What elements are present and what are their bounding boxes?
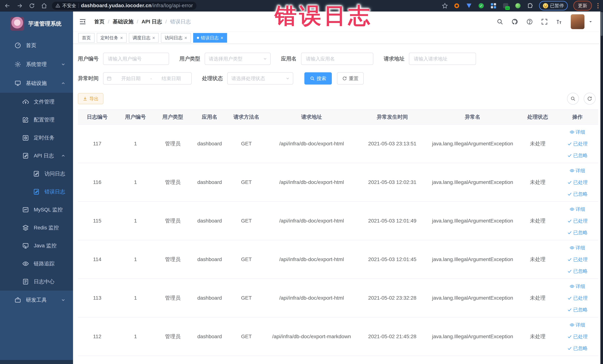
tab-label: 访问日志 (165, 35, 182, 41)
header-search-icon[interactable] (497, 18, 503, 25)
browser-forward-icon[interactable] (17, 3, 23, 9)
sidebar-collapse-bar[interactable] (0, 360, 73, 364)
table-row: 115 1 管理员 dashboard GET /api/infra/db-do… (78, 201, 598, 240)
sidebar-item-redis-monitor[interactable]: Redis 监控 (0, 219, 73, 237)
sidebar-item-file-mgmt[interactable]: 文件管理 (0, 93, 73, 111)
action-processed-link[interactable]: 已处理 (567, 218, 588, 224)
col-actions: 操作 (557, 110, 598, 124)
action-ignored-link[interactable]: 已忽略 (567, 152, 588, 159)
tab-close-icon[interactable]: × (220, 35, 223, 40)
sidebar-item-home[interactable]: 首页 (0, 36, 73, 55)
sidebar-item-tracing[interactable]: 链路追踪 (0, 255, 73, 273)
action-processed-link[interactable]: 已处理 (567, 295, 588, 301)
select-placeholder: 请选择处理状态 (231, 75, 265, 82)
extension-shield-icon[interactable] (466, 2, 472, 9)
tab-scheduled-jobs[interactable]: 定时任务× (97, 33, 127, 43)
page-scrollbar[interactable] (600, 12, 603, 364)
github-icon[interactable] (511, 18, 518, 25)
action-detail-link[interactable]: 详细 (570, 167, 585, 174)
action-ignored-link[interactable]: 已忽略 (567, 229, 588, 236)
sidebar-item-java-monitor[interactable]: Java 监控 (0, 237, 73, 255)
col-app-name: 应用名 (191, 110, 228, 124)
action-ignored-link[interactable]: 已忽略 (567, 268, 588, 274)
avatar-caret-icon[interactable] (589, 20, 593, 24)
action-processed-link[interactable]: 已处理 (567, 179, 588, 186)
breadcrumb-home[interactable]: 首页 (94, 18, 104, 25)
cell-exception-name: java.lang.IllegalArgumentException (426, 163, 519, 201)
scrollbar-thumb[interactable] (601, 12, 603, 36)
action-processed-link[interactable]: 已处理 (567, 333, 588, 340)
exception-time-range-picker[interactable]: 开始日期 - 结束日期 (103, 72, 192, 84)
search-button[interactable]: 搜索 (304, 72, 332, 84)
browser-back-icon[interactable] (4, 3, 10, 9)
extensions-puzzle-icon[interactable] (527, 2, 533, 9)
browser-update-button[interactable]: 更新 (573, 1, 592, 11)
tab-close-icon[interactable]: × (152, 35, 155, 40)
sidebar-item-error-log[interactable]: 错误日志 (0, 183, 73, 201)
sidebar-item-infrastructure[interactable]: 基础设施 (0, 74, 73, 93)
tab-close-icon[interactable]: × (184, 35, 187, 40)
extension-grid-icon[interactable] (490, 2, 497, 9)
sidebar-item-dev-tools[interactable]: 研发工具 (0, 291, 73, 309)
browser-home-icon[interactable] (41, 3, 47, 9)
eye-icon (570, 207, 574, 211)
browser-menu-icon[interactable] (597, 3, 599, 8)
fullscreen-icon[interactable] (541, 18, 548, 25)
tab-error-log[interactable]: 错误日志× (193, 33, 227, 43)
browser-address-bar[interactable]: 不安全 dashboard.yudao.iocoder.cn/infra/log… (52, 2, 197, 10)
address-divider (78, 3, 79, 8)
user-id-input[interactable] (103, 53, 169, 65)
user-avatar[interactable] (571, 14, 584, 29)
action-detail-link[interactable]: 详细 (570, 283, 585, 290)
refresh-table-button[interactable] (584, 93, 596, 105)
user-type-select[interactable]: 请选择用户类型 (205, 53, 271, 65)
cell-exception-time: 2021-05-03 12:01:45 (358, 240, 426, 279)
paused-badge[interactable]: 已暂停 (539, 1, 568, 10)
request-url-input[interactable] (409, 53, 476, 65)
tab-close-icon[interactable]: × (120, 35, 123, 40)
action-detail-link[interactable]: 详细 (570, 322, 585, 328)
app-name-input[interactable] (301, 53, 373, 65)
sidebar-item-access-log[interactable]: 访问日志 (0, 165, 73, 183)
action-detail-link[interactable]: 详细 (570, 206, 585, 212)
tab-home[interactable]: 首页 (78, 33, 94, 43)
action-ignored-link[interactable]: 已忽略 (567, 306, 588, 313)
app-logo[interactable]: 芋道管理系统 (0, 12, 73, 36)
process-status-select[interactable]: 请选择处理状态 (227, 72, 293, 84)
reset-button[interactable]: 重置 (337, 72, 364, 84)
sidebar-item-log-center[interactable]: 日志中心 (0, 273, 73, 291)
security-warning-icon[interactable] (56, 3, 60, 8)
extension-on-switch-icon[interactable]: on (502, 2, 509, 9)
toolbox-icon (14, 297, 21, 303)
security-label: 不安全 (62, 3, 76, 9)
menu-fold-icon[interactable] (79, 18, 86, 25)
breadcrumb-infrastructure[interactable]: 基础设施 (113, 18, 133, 25)
cell-method: GET (228, 124, 265, 163)
browser-reload-icon[interactable] (29, 3, 35, 9)
sidebar-item-api-log[interactable]: API 日志 (0, 147, 73, 165)
action-processed-link[interactable]: 已处理 (567, 141, 588, 147)
tab-schedule-log[interactable]: 调度日志× (129, 33, 159, 43)
extension-check-icon[interactable]: ✓ (478, 2, 485, 9)
action-ignored-link[interactable]: 已忽略 (567, 191, 588, 197)
action-detail-link[interactable]: 详细 (570, 245, 585, 251)
sidebar-item-system-mgmt[interactable]: 系统管理 (0, 55, 73, 74)
help-icon[interactable] (526, 18, 533, 25)
bookmark-star-icon[interactable] (442, 3, 448, 9)
sidebar-item-scheduled-jobs[interactable]: 定时任务 (0, 129, 73, 147)
action-ignored-link[interactable]: 已忽略 (567, 345, 588, 352)
tab-access-log[interactable]: 访问日志× (161, 33, 191, 43)
extension-sprout-icon[interactable] (515, 2, 521, 9)
action-label: 已处理 (573, 141, 588, 147)
toggle-search-button[interactable] (567, 93, 579, 105)
action-detail-link[interactable]: 详细 (570, 129, 585, 135)
action-processed-link[interactable]: 已处理 (567, 256, 588, 263)
table-body: 117 1 管理员 dashboard GET /api/infra/db-do… (78, 124, 598, 356)
extension-donut-icon[interactable] (453, 2, 460, 9)
sidebar-item-mysql-monitor[interactable]: MySQL 监控 (0, 201, 73, 219)
font-size-icon[interactable] (556, 18, 563, 25)
export-button[interactable]: 导出 (78, 93, 104, 104)
breadcrumb-api-log[interactable]: API 日志 (142, 18, 162, 25)
search-button-label: 搜索 (317, 75, 326, 82)
sidebar-item-config-mgmt[interactable]: 配置管理 (0, 111, 73, 129)
